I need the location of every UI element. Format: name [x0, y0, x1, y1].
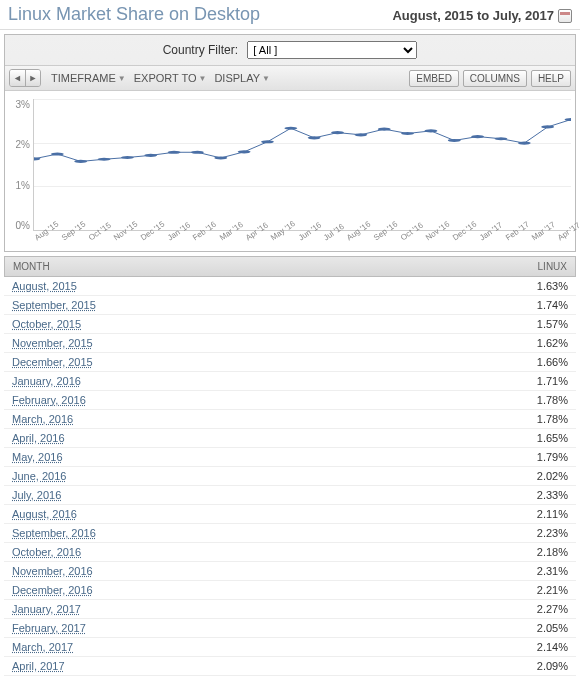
columns-button[interactable]: COLUMNS	[463, 70, 527, 87]
month-link[interactable]: January, 2016	[12, 375, 518, 387]
col-linux[interactable]: LINUX	[517, 261, 567, 272]
month-link[interactable]: January, 2017	[12, 603, 518, 615]
svg-point-5	[144, 154, 157, 157]
month-link[interactable]: April, 2017	[12, 660, 518, 672]
svg-point-10	[261, 140, 274, 143]
help-button[interactable]: HELP	[531, 70, 571, 87]
table-row: April, 20161.65%	[4, 429, 576, 448]
month-link[interactable]: March, 2016	[12, 413, 518, 425]
month-link[interactable]: December, 2016	[12, 584, 518, 596]
linux-value: 1.62%	[518, 337, 568, 349]
nav-prev-button[interactable]: ◄	[10, 70, 25, 86]
svg-point-11	[284, 127, 297, 130]
caret-down-icon: ▼	[262, 74, 270, 83]
table-row: August, 20151.63%	[4, 277, 576, 296]
line-chart	[34, 99, 571, 230]
month-link[interactable]: August, 2016	[12, 508, 518, 520]
display-menu[interactable]: DISPLAY▼	[212, 70, 272, 86]
linux-value: 2.21%	[518, 584, 568, 596]
export-menu[interactable]: EXPORT TO▼	[132, 70, 209, 86]
month-link[interactable]: November, 2016	[12, 565, 518, 577]
table-row: December, 20151.66%	[4, 353, 576, 372]
table-row: May, 20161.79%	[4, 448, 576, 467]
month-link[interactable]: July, 2016	[12, 489, 518, 501]
month-link[interactable]: April, 2016	[12, 432, 518, 444]
table-row: September, 20151.74%	[4, 296, 576, 315]
svg-point-6	[168, 151, 181, 154]
linux-value: 1.79%	[518, 451, 568, 463]
linux-value: 1.78%	[518, 413, 568, 425]
month-link[interactable]: August, 2015	[12, 280, 518, 292]
month-link[interactable]: June, 2016	[12, 470, 518, 482]
timeframe-menu[interactable]: TIMEFRAME▼	[49, 70, 128, 86]
svg-point-22	[541, 125, 554, 128]
table-row: May, 20171.99%	[4, 676, 576, 681]
country-filter-select[interactable]: [ All ]	[247, 41, 417, 59]
svg-point-7	[191, 151, 204, 154]
month-link[interactable]: December, 2015	[12, 356, 518, 368]
month-link[interactable]: September, 2015	[12, 299, 518, 311]
toolbar: ◄ ► TIMEFRAME▼ EXPORT TO▼ DISPLAY▼ EMBED…	[5, 65, 575, 91]
month-link[interactable]: October, 2016	[12, 546, 518, 558]
svg-point-14	[354, 133, 367, 136]
month-link[interactable]: May, 2016	[12, 451, 518, 463]
caret-down-icon: ▼	[198, 74, 206, 83]
table-row: October, 20162.18%	[4, 543, 576, 562]
table-row: June, 20162.02%	[4, 467, 576, 486]
svg-point-9	[238, 150, 251, 153]
svg-point-4	[121, 156, 134, 159]
svg-point-12	[308, 136, 321, 139]
month-link[interactable]: February, 2017	[12, 622, 518, 634]
table-row: April, 20172.09%	[4, 657, 576, 676]
page-title: Linux Market Share on Desktop	[8, 4, 260, 25]
linux-value: 2.31%	[518, 565, 568, 577]
month-link[interactable]: October, 2015	[12, 318, 518, 330]
linux-value: 2.02%	[518, 470, 568, 482]
date-range[interactable]: August, 2015 to July, 2017	[392, 8, 572, 23]
month-link[interactable]: March, 2017	[12, 641, 518, 653]
month-link[interactable]: February, 2016	[12, 394, 518, 406]
svg-point-1	[51, 152, 64, 155]
linux-value: 1.57%	[518, 318, 568, 330]
linux-value: 1.74%	[518, 299, 568, 311]
table-row: March, 20161.78%	[4, 410, 576, 429]
table-row: August, 20162.11%	[4, 505, 576, 524]
date-range-text: August, 2015 to July, 2017	[392, 8, 554, 23]
table-row: March, 20172.14%	[4, 638, 576, 657]
filter-panel: Country Filter: [ All ] ◄ ► TIMEFRAME▼ E…	[4, 34, 576, 252]
table-row: November, 20162.31%	[4, 562, 576, 581]
table-row: July, 20162.33%	[4, 486, 576, 505]
linux-value: 1.65%	[518, 432, 568, 444]
month-link[interactable]: November, 2015	[12, 337, 518, 349]
col-month[interactable]: MONTH	[13, 261, 517, 272]
svg-point-19	[471, 135, 484, 138]
svg-point-15	[378, 128, 391, 131]
svg-point-18	[448, 139, 461, 142]
table-header: MONTH LINUX	[4, 256, 576, 277]
linux-value: 2.33%	[518, 489, 568, 501]
svg-point-23	[565, 118, 571, 121]
nav-next-button[interactable]: ►	[25, 70, 40, 86]
linux-value: 1.78%	[518, 394, 568, 406]
linux-value: 2.18%	[518, 546, 568, 558]
caret-down-icon: ▼	[118, 74, 126, 83]
table-row: October, 20151.57%	[4, 315, 576, 334]
calendar-icon[interactable]	[558, 9, 572, 23]
embed-button[interactable]: EMBED	[409, 70, 459, 87]
table-row: January, 20161.71%	[4, 372, 576, 391]
linux-value: 2.05%	[518, 622, 568, 634]
svg-point-17	[424, 129, 437, 132]
table-row: January, 20172.27%	[4, 600, 576, 619]
country-filter-label: Country Filter:	[163, 43, 238, 57]
linux-value: 2.27%	[518, 603, 568, 615]
svg-point-16	[401, 132, 414, 135]
svg-point-2	[74, 160, 87, 163]
linux-value: 1.66%	[518, 356, 568, 368]
chart-area: 3% 2% 1% 0% Aug '15Sep '15Oct '15Nov '15…	[5, 91, 575, 251]
svg-point-20	[495, 137, 508, 140]
month-link[interactable]: September, 2016	[12, 527, 518, 539]
linux-value: 2.14%	[518, 641, 568, 653]
y-axis: 3% 2% 1% 0%	[9, 99, 33, 249]
svg-point-13	[331, 131, 344, 134]
nav-buttons: ◄ ►	[9, 69, 41, 87]
